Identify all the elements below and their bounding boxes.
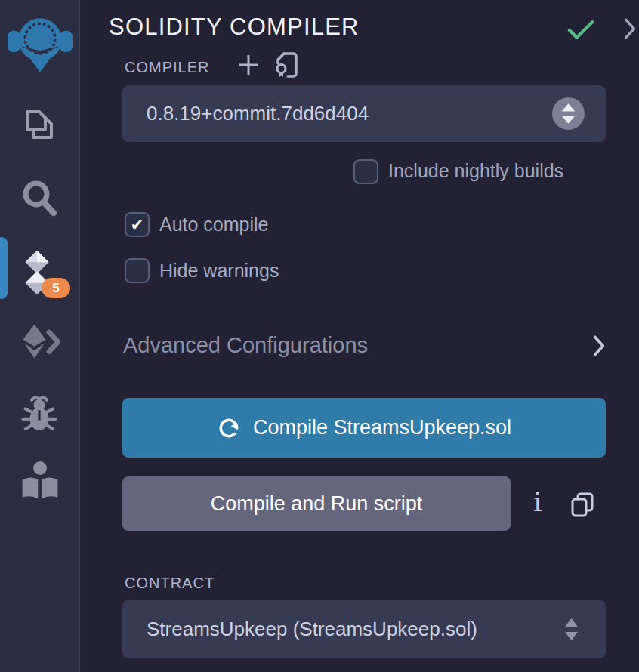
info-icon[interactable]: i	[533, 486, 542, 517]
icon-rail: 5	[0, 0, 80, 672]
remix-logo[interactable]	[8, 10, 73, 76]
badge-count: 5	[52, 281, 59, 296]
include-nightly-label[interactable]: Include nightly builds	[388, 160, 563, 182]
sidebar-item-learneth[interactable]	[20, 461, 60, 503]
contract-select[interactable]: StreamsUpkeep (StreamsUpkeep.sol)	[122, 600, 606, 658]
compile-and-run-label: Compile and Run script	[211, 492, 423, 516]
sidebar-item-debugger[interactable]	[20, 395, 58, 434]
compiler-version-value: 0.8.19+commit.7dd6d404	[122, 102, 369, 125]
book-reader-icon	[20, 461, 60, 503]
contract-select-arrows-icon	[564, 618, 579, 640]
hide-warnings-label[interactable]: Hide warnings	[159, 260, 279, 282]
remix-logo-icon	[8, 10, 73, 76]
auto-compile-checkbox[interactable]: ✔	[125, 212, 150, 237]
hide-warnings-checkbox[interactable]: ✔	[125, 258, 150, 283]
solidity-compiler-panel: SOLIDITY COMPILER COMPILER	[82, 0, 639, 672]
refresh-icon	[217, 416, 241, 440]
sidebar-item-deploy-run[interactable]	[20, 322, 60, 361]
contract-section-label: CONTRACT	[125, 575, 215, 592]
chevron-right-icon	[591, 334, 607, 357]
copy-icon[interactable]	[570, 491, 595, 519]
compiler-version-select[interactable]: 0.8.19+commit.7dd6d404	[122, 85, 606, 142]
panel-title: SOLIDITY COMPILER	[109, 14, 360, 41]
bug-icon	[20, 395, 58, 434]
remix-solidity-compiler-panel: 5	[0, 0, 639, 672]
compile-success-check-icon	[566, 20, 595, 41]
compile-and-run-button[interactable]: Compile and Run script	[122, 476, 511, 531]
add-custom-compiler-button[interactable]	[236, 53, 261, 77]
contract-selected-value: StreamsUpkeep (StreamsUpkeep.sol)	[122, 618, 477, 641]
advanced-configurations-label: Advanced Configurations	[123, 333, 368, 358]
collapse-panel-chevron-icon[interactable]	[622, 17, 637, 40]
auto-compile-label[interactable]: Auto compile	[159, 214, 269, 236]
compiler-license-button[interactable]	[274, 51, 300, 79]
files-icon	[21, 104, 56, 142]
ethereum-deploy-icon	[20, 322, 60, 361]
compiler-section-label: COMPILER	[125, 59, 209, 76]
active-plugin-indicator	[0, 237, 8, 299]
search-icon	[20, 178, 58, 217]
compile-button-label: Compile StreamsUpkeep.sol	[253, 416, 511, 439]
checkmark-glyph: ✔	[131, 217, 144, 233]
compile-button[interactable]: Compile StreamsUpkeep.sol	[122, 398, 606, 458]
advanced-configurations-toggle[interactable]: Advanced Configurations	[123, 333, 607, 358]
compile-error-badge: 5	[42, 278, 70, 298]
file-certificate-icon	[274, 51, 300, 79]
plus-icon	[236, 53, 261, 77]
include-nightly-checkbox[interactable]: ✔	[353, 159, 378, 184]
sidebar-item-search[interactable]	[20, 178, 58, 217]
sidebar-item-file-explorer[interactable]	[21, 104, 56, 142]
version-select-arrows-icon	[552, 97, 585, 130]
